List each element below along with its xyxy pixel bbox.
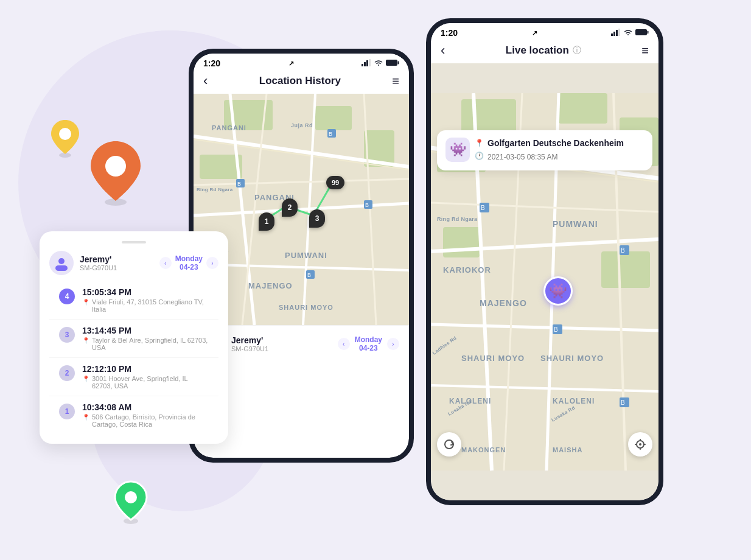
history-num-1: 1 [59, 404, 75, 419]
card-date-line1: Monday [175, 254, 203, 263]
history-time-4: 15:05:34 PM [82, 287, 209, 297]
phone-live-location: 1:20 ↗ ‹ Live location ⓘ ≡ [426, 18, 663, 505]
svg-text:SHAURI MOYO: SHAURI MOYO [461, 354, 525, 363]
svg-text:MAJENGO: MAJENGO [480, 298, 527, 308]
status-bar-phone2: 1:20 ↗ [431, 23, 658, 40]
svg-rect-8 [366, 60, 368, 66]
svg-rect-7 [364, 62, 366, 66]
location-pin-icon: 📍 [475, 139, 484, 147]
svg-text:PUMWANI: PUMWANI [553, 219, 598, 229]
page-title-phone1: Location History [259, 75, 341, 87]
user-name-phone1: Jeremy' [231, 335, 268, 345]
svg-rect-51 [648, 30, 649, 33]
svg-text:B: B [481, 205, 485, 211]
user-device-phone1: SM-G970U1 [231, 345, 268, 352]
time-phone2: 1:20 [441, 28, 458, 38]
history-item-1: 1 10:34:08 AM 📍 506 Cartago, Birrisito, … [49, 396, 218, 434]
svg-rect-48 [616, 30, 618, 36]
card-user-avatar [49, 251, 74, 275]
svg-text:Ring Rd Ngara: Ring Rd Ngara [437, 216, 478, 222]
map-marker-2: 2 [282, 198, 298, 217]
svg-text:SHAURI MOYO: SHAURI MOYO [540, 354, 604, 363]
history-time-2: 12:12:10 PM [82, 364, 209, 374]
svg-text:B: B [307, 272, 311, 278]
svg-rect-101 [55, 265, 68, 271]
battery-icon-phone2 [635, 29, 649, 38]
menu-button-phone1[interactable]: ≡ [392, 74, 399, 88]
next-date-button-phone1[interactable]: › [387, 338, 399, 350]
back-button-phone1[interactable]: ‹ [203, 73, 208, 89]
date-line1-phone1: Monday [355, 335, 382, 344]
svg-text:PUMWANI: PUMWANI [285, 251, 327, 260]
card-user-name: Jeremy' [80, 254, 117, 264]
menu-button-phone2[interactable]: ≡ [641, 44, 649, 58]
decorative-pin-yellow [49, 119, 82, 161]
history-num-4: 4 [59, 289, 75, 304]
status-bar-phone1: 1:20 ↗ [194, 54, 409, 71]
map-phone2: PANGANI Ring Rd Ngara PUMWANI MAJENGO SH… [431, 63, 658, 500]
svg-point-5 [125, 491, 137, 503]
svg-text:SHAURI MOYO: SHAURI MOYO [279, 304, 334, 311]
card-next-date[interactable]: › [206, 257, 218, 269]
svg-text:MAISHA: MAISHA [553, 446, 582, 453]
card-date-line2: 04-23 [175, 263, 203, 271]
back-button-phone2[interactable]: ‹ [441, 43, 445, 58]
addr-icon-3: 📍 [82, 337, 89, 344]
arrow-icon-phone2: ↗ [532, 29, 537, 37]
card-prev-date[interactable]: ‹ [159, 257, 172, 269]
history-time-1: 10:34:08 AM [82, 402, 209, 412]
svg-text:MAJENGO: MAJENGO [248, 281, 293, 290]
svg-rect-54 [559, 93, 607, 124]
battery-icon [386, 59, 399, 68]
map-marker-1: 1 [259, 212, 274, 231]
location-history-card: Jeremy' SM-G970U1 ‹ Monday 04-23 › 4 15:… [40, 231, 228, 444]
svg-rect-9 [369, 59, 371, 66]
location-info-card: 👾 📍 Golfgarten Deutsche Dackenheim 🕐 202… [437, 130, 652, 170]
location-place-name: Golfgarten Deutsche Dackenheim [487, 138, 624, 148]
svg-point-3 [105, 156, 126, 177]
location-timestamp: 2021-03-05 08:35 AM [487, 153, 557, 161]
svg-text:KARIOKOR: KARIOKOR [443, 265, 491, 275]
prev-date-button-phone1[interactable]: ‹ [338, 338, 350, 350]
info-icon-phone2[interactable]: ⓘ [573, 45, 581, 56]
decorative-pin-green [113, 480, 149, 527]
time-phone1: 1:20 [203, 58, 220, 68]
svg-text:Juja Rd: Juja Rd [291, 122, 313, 128]
history-num-3: 3 [59, 327, 75, 343]
refresh-button[interactable] [437, 432, 461, 457]
history-time-3: 13:14:45 PM [82, 326, 209, 335]
svg-point-1 [59, 128, 71, 140]
nav-bar-phone1: ‹ Location History ≡ [194, 71, 409, 94]
card-user-row: Jeremy' SM-G970U1 ‹ Monday 04-23 › [49, 251, 218, 275]
svg-rect-6 [362, 64, 363, 66]
svg-text:B: B [621, 247, 625, 254]
svg-rect-58 [601, 251, 650, 288]
user-avatar-card: 👾 [445, 138, 470, 162]
addr-icon-4: 📍 [82, 299, 89, 306]
date-line2-phone1: 04-23 [355, 344, 382, 352]
svg-text:Ring Rd Ngara: Ring Rd Ngara [197, 187, 233, 192]
card-divider [122, 241, 146, 243]
svg-rect-14 [315, 106, 352, 130]
status-icons-phone1 [362, 59, 399, 68]
svg-text:B: B [621, 399, 625, 406]
clock-icon: 🕐 [475, 152, 484, 160]
status-icons-phone2 [611, 29, 649, 38]
svg-rect-50 [635, 29, 647, 35]
history-num-2: 2 [59, 365, 75, 381]
locate-button[interactable] [628, 432, 652, 457]
history-item-4: 4 15:05:34 PM 📍 Viale Friuli, 47, 31015 … [49, 281, 218, 320]
card-device: SM-G970U1 [80, 264, 117, 271]
svg-point-94 [639, 443, 641, 446]
svg-text:B: B [329, 131, 332, 137]
svg-text:MAKONGEN: MAKONGEN [461, 446, 506, 453]
addr-icon-1: 📍 [82, 414, 89, 421]
signal-icon-phone2 [611, 29, 621, 38]
svg-text:B: B [365, 202, 369, 208]
history-item-3: 3 13:14:45 PM 📍 Taylor & Bel Aire, Sprin… [49, 320, 218, 358]
history-addr-1: 📍 506 Cartago, Birrisito, Provincia de C… [82, 413, 209, 428]
svg-rect-46 [611, 33, 613, 36]
live-user-marker: 👾 [543, 276, 573, 306]
history-item-2: 2 12:12:10 PM 📍 3001 Hoover Ave, Springf… [49, 358, 218, 396]
decorative-pin-orange [88, 140, 143, 208]
